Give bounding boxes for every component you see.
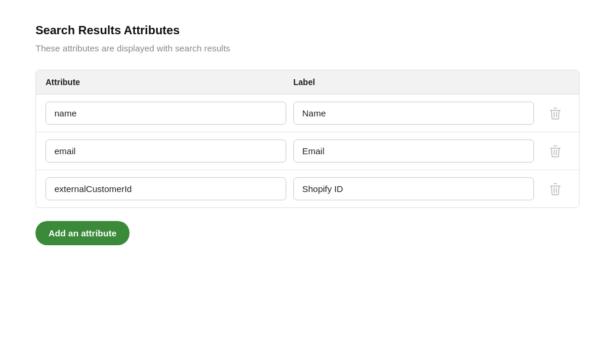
trash-icon [549, 183, 561, 196]
table-row [36, 95, 579, 132]
delete-button-2[interactable] [541, 179, 569, 199]
label-input-1[interactable] [293, 139, 534, 162]
table-header: Attribute Label [36, 70, 579, 95]
header-label: Label [293, 77, 541, 87]
table-body [36, 95, 579, 207]
header-actions [541, 77, 569, 87]
attribute-input-1[interactable] [46, 139, 286, 162]
add-attribute-button[interactable]: Add an attribute [35, 221, 130, 245]
attribute-input-2[interactable] [46, 177, 286, 200]
svg-rect-1 [554, 108, 557, 109]
search-results-attributes-section: Search Results Attributes These attribut… [35, 24, 580, 245]
svg-rect-9 [554, 183, 557, 184]
trash-icon [549, 107, 561, 120]
attribute-input-0[interactable] [46, 102, 286, 125]
delete-button-1[interactable] [541, 141, 569, 161]
section-description: These attributes are displayed with sear… [35, 43, 580, 53]
section-title: Search Results Attributes [35, 24, 580, 37]
svg-rect-5 [554, 145, 557, 147]
delete-button-0[interactable] [541, 103, 569, 124]
attributes-table: Attribute Label [35, 70, 580, 208]
table-row [36, 132, 579, 170]
label-input-0[interactable] [293, 102, 534, 125]
trash-icon [549, 145, 561, 158]
header-attribute: Attribute [46, 77, 293, 87]
table-row [36, 170, 579, 207]
label-input-2[interactable] [293, 177, 534, 200]
